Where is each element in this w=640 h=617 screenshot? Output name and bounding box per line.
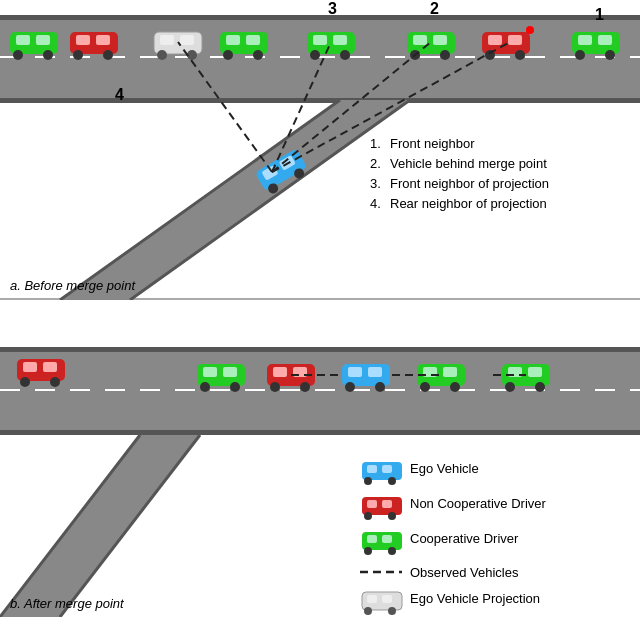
bottom-road-bottom [0, 430, 640, 435]
bottom-panel: Ego Vehicle Non Cooperative Driver Coope… [0, 300, 640, 617]
label-4: 4 [115, 86, 124, 103]
svg-rect-31 [488, 35, 502, 45]
svg-rect-78 [382, 465, 392, 473]
svg-rect-83 [382, 500, 392, 508]
svg-point-90 [388, 547, 396, 555]
label-3: 3 [328, 0, 337, 17]
bottom-ramp-road [0, 435, 200, 617]
svg-point-40 [605, 50, 615, 60]
svg-rect-92 [367, 595, 377, 603]
ramp-road [60, 100, 410, 300]
svg-point-80 [388, 477, 396, 485]
bottom-panel-label: b. After merge point [10, 596, 125, 611]
svg-point-18 [223, 50, 233, 60]
legend-3-num: 3. [370, 176, 381, 191]
svg-point-74 [505, 382, 515, 392]
svg-rect-68 [443, 367, 457, 377]
legend-1-text: Front neighbor [390, 136, 475, 151]
svg-rect-73 [528, 367, 542, 377]
svg-point-35 [526, 26, 534, 34]
svg-rect-27 [433, 35, 447, 45]
svg-point-85 [388, 512, 396, 520]
svg-rect-87 [367, 535, 377, 543]
legend-2-text: Vehicle behind merge point [390, 156, 547, 171]
svg-point-39 [575, 50, 585, 60]
svg-point-64 [345, 382, 355, 392]
svg-rect-53 [223, 367, 237, 377]
svg-rect-47 [23, 362, 37, 372]
legend-projection [362, 592, 402, 615]
ramp-right-edge [130, 100, 410, 300]
legend-4-num: 4. [370, 196, 381, 211]
svg-rect-93 [382, 595, 392, 603]
ramp-left-edge [60, 100, 340, 300]
svg-rect-1 [16, 35, 30, 45]
svg-point-34 [515, 50, 525, 60]
svg-rect-16 [226, 35, 240, 45]
svg-point-23 [310, 50, 320, 60]
svg-point-19 [253, 50, 263, 60]
svg-rect-21 [313, 35, 327, 45]
svg-rect-82 [367, 500, 377, 508]
svg-point-54 [200, 382, 210, 392]
svg-rect-2 [36, 35, 50, 45]
svg-point-94 [364, 607, 372, 615]
svg-point-69 [420, 382, 430, 392]
svg-point-9 [103, 50, 113, 60]
svg-point-8 [73, 50, 83, 60]
svg-rect-52 [203, 367, 217, 377]
svg-rect-37 [578, 35, 592, 45]
svg-point-29 [440, 50, 450, 60]
svg-rect-48 [43, 362, 57, 372]
legend-noncoop-label: Non Cooperative Driver [410, 496, 547, 511]
svg-point-79 [364, 477, 372, 485]
legend-ego [362, 462, 402, 485]
legend-coop [362, 532, 402, 555]
svg-point-13 [157, 50, 167, 60]
svg-point-4 [43, 50, 53, 60]
main-container: 1 2 3 4 1. Front neighbor 2. Vehicle beh… [0, 0, 640, 617]
legend-coop-label: Cooperative Driver [410, 531, 519, 546]
svg-point-75 [535, 382, 545, 392]
legend-noncooop [362, 497, 402, 520]
svg-point-70 [450, 382, 460, 392]
top-panel-svg: 1 2 3 4 1. Front neighbor 2. Vehicle beh… [0, 0, 640, 300]
legend-observed-label: Observed Vehicles [410, 565, 519, 580]
svg-point-60 [300, 382, 310, 392]
svg-rect-32 [508, 35, 522, 45]
legend-ego-label: Ego Vehicle [410, 461, 479, 476]
legend-3-text: Front neighbor of projection [390, 176, 549, 191]
bottom-panel-svg: Ego Vehicle Non Cooperative Driver Coope… [0, 300, 640, 617]
legend-1-num: 1. [370, 136, 381, 151]
svg-point-24 [340, 50, 350, 60]
svg-point-49 [20, 377, 30, 387]
svg-rect-77 [367, 465, 377, 473]
legend-4-text: Rear neighbor of projection [390, 196, 547, 211]
svg-rect-38 [598, 35, 612, 45]
svg-rect-22 [333, 35, 347, 45]
label-2: 2 [430, 0, 439, 17]
legend-projection-label: Ego Vehicle Projection [410, 591, 540, 606]
svg-rect-11 [160, 35, 174, 45]
svg-rect-62 [348, 367, 362, 377]
road-border-bottom [0, 98, 640, 103]
svg-point-50 [50, 377, 60, 387]
svg-point-84 [364, 512, 372, 520]
bottom-road-top [0, 347, 640, 352]
svg-rect-26 [413, 35, 427, 45]
legend-2-num: 2. [370, 156, 381, 171]
svg-rect-63 [368, 367, 382, 377]
svg-point-89 [364, 547, 372, 555]
svg-rect-6 [76, 35, 90, 45]
svg-point-55 [230, 382, 240, 392]
road-border-top [0, 15, 640, 20]
svg-rect-7 [96, 35, 110, 45]
svg-rect-17 [246, 35, 260, 45]
svg-rect-88 [382, 535, 392, 543]
svg-point-65 [375, 382, 385, 392]
label-1: 1 [595, 6, 604, 23]
top-panel: 1 2 3 4 1. Front neighbor 2. Vehicle beh… [0, 0, 640, 300]
svg-point-3 [13, 50, 23, 60]
svg-rect-57 [273, 367, 287, 377]
svg-point-59 [270, 382, 280, 392]
